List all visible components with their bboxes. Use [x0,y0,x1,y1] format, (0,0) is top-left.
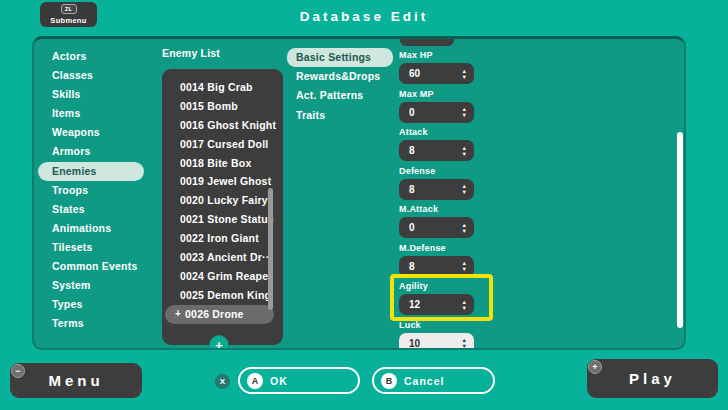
list-item[interactable]: 0014 Big Crab [162,78,283,97]
stat-attack: Attack 8 ▲▼ [399,127,474,161]
list-item[interactable]: 0015 Bomb [162,97,283,116]
sidebar-item-troops[interactable]: Troops [38,181,144,200]
enemy-list-panel: 0014 Big Crab 0015 Bomb 0016 Ghost Knigh… [162,69,283,345]
sidebar-item-classes[interactable]: Classes [38,66,144,85]
sidebar-item-types[interactable]: Types [38,295,144,314]
sidebar-item-states[interactable]: States [38,200,144,219]
stat-label: Agility [399,281,474,294]
plus-key-icon: + [588,360,602,374]
attack-stepper[interactable]: 8 ▲▼ [399,140,474,161]
list-item[interactable]: 0024 Grim Reaper [162,267,283,286]
sidebar-item-actors[interactable]: Actors [38,47,144,66]
sidebar-item-items[interactable]: Items [38,104,144,123]
m-defense-stepper[interactable]: 8 ▲▼ [399,256,474,277]
stat-label: Max HP [399,50,474,63]
spinner-arrows-icon[interactable]: ▲▼ [462,294,467,315]
stat-value: 8 [409,256,415,277]
tab-basic-settings[interactable]: Basic Settings [287,48,393,67]
m-attack-stepper[interactable]: 0 ▲▼ [399,217,474,238]
spinner-arrows-icon[interactable]: ▲▼ [462,179,467,200]
list-item[interactable]: 0018 Bite Box [162,154,283,173]
sidebar-item-animations[interactable]: Animations [38,219,144,238]
stat-value: 8 [409,179,415,200]
spinner-arrows-icon[interactable]: ▲▼ [462,333,467,351]
spinner-arrows-icon[interactable]: ▲▼ [462,140,467,161]
list-item[interactable]: 0016 Ghost Knight [162,116,283,135]
stat-value: 0 [409,217,415,238]
ok-button[interactable]: A OK [238,367,360,394]
enemy-list-rows: 0014 Big Crab 0015 Bomb 0016 Ghost Knigh… [162,78,283,324]
a-key-icon: A [247,373,263,389]
stat-defense: Defense 8 ▲▼ [399,166,474,200]
stat-max-hp: Max HP 60 ▲▼ [399,50,474,84]
spinner-arrows-icon[interactable]: ▲▼ [462,63,467,84]
stat-luck: Luck 10 ▲▼ [399,320,474,351]
list-item[interactable]: 0019 Jewel Ghost [162,172,283,191]
sidebar-item-weapons[interactable]: Weapons [38,123,144,142]
panel-scrollbar[interactable] [677,132,683,328]
list-item[interactable]: 0017 Cursed Doll [162,135,283,154]
cancel-button[interactable]: B Cancel [372,367,495,394]
luck-stepper[interactable]: 10 ▲▼ [399,333,474,351]
new-entry-plus-icon: + [175,305,181,324]
stat-value: 10 [409,333,420,351]
stat-label: M.Defense [399,243,474,256]
sidebar-item-terms[interactable]: Terms [38,314,144,333]
sidebar-item-system[interactable]: System [38,276,144,295]
list-item[interactable]: 0020 Lucky Fairy [162,191,283,210]
selected-enemy-label: 0026 Drone [185,305,244,324]
stat-agility: Agility 12 ▲▼ [399,281,474,315]
ok-label: OK [270,375,288,387]
add-enemy-button[interactable]: + [209,335,229,350]
defense-stepper[interactable]: 8 ▲▼ [399,179,474,200]
x-key-icon[interactable]: X [215,374,230,389]
max-mp-stepper[interactable]: 0 ▲▼ [399,102,474,123]
x-key-label: X [220,377,225,386]
sidebar-item-skills[interactable]: Skills [38,85,144,104]
max-hp-stepper[interactable]: 60 ▲▼ [399,63,474,84]
tab-rewards-drops[interactable]: Rewards&Drops [287,67,393,86]
stat-m-attack: M.Attack 0 ▲▼ [399,204,474,238]
tab-act-patterns[interactable]: Act. Patterns [287,86,393,105]
list-item-selected[interactable]: + 0026 Drone [165,305,274,324]
database-edit-screen: ZL Submenu Database Edit Actors Classes … [0,0,728,410]
clipped-field-fragment [400,39,454,46]
plus-icon: + [215,338,223,351]
spinner-arrows-icon[interactable]: ▲▼ [462,256,467,277]
stat-value: 8 [409,140,415,161]
stat-label: Defense [399,166,474,179]
menu-button[interactable]: − Menu [10,363,142,398]
spinner-arrows-icon[interactable]: ▲▼ [462,217,467,238]
cancel-label: Cancel [404,375,444,387]
play-button[interactable]: + Play [587,359,718,398]
play-label: Play [629,370,676,387]
sidebar-item-enemies[interactable]: Enemies [38,162,144,181]
sidebar-item-common-events[interactable]: Common Events [38,257,144,276]
list-item[interactable]: 0023 Ancient Dr··· [162,248,283,267]
stats-column: Max HP 60 ▲▼ Max MP 0 ▲▼ Attack 8 ▲▼ [399,39,474,350]
stat-value: 60 [409,63,420,84]
tab-traits[interactable]: Traits [287,106,393,125]
b-key-icon: B [381,373,397,389]
spinner-arrows-icon[interactable]: ▲▼ [462,102,467,123]
stat-value: 12 [409,294,420,315]
stat-m-defense: M.Defense 8 ▲▼ [399,243,474,277]
list-item[interactable]: 0022 Iron Giant [162,229,283,248]
category-sidebar: Actors Classes Skills Items Weapons Armo… [38,47,144,333]
enemy-list-scrollbar[interactable] [268,188,273,310]
sidebar-item-armors[interactable]: Armors [38,142,144,161]
stat-value: 0 [409,102,415,123]
stat-label: Max MP [399,89,474,102]
minus-key-icon: − [11,364,25,378]
stat-label: Attack [399,127,474,140]
main-panel: Actors Classes Skills Items Weapons Armo… [32,36,686,350]
stat-label: M.Attack [399,204,474,217]
agility-stepper[interactable]: 12 ▲▼ [399,294,474,315]
list-item[interactable]: 0025 Demon King [162,286,283,305]
page-title: Database Edit [0,9,728,24]
enemy-list-header: Enemy List [162,47,220,59]
sidebar-item-tilesets[interactable]: Tilesets [38,238,144,257]
list-item[interactable]: 0021 Stone Statue [162,210,283,229]
settings-tabs: Basic Settings Rewards&Drops Act. Patter… [287,48,393,125]
menu-label: Menu [48,372,103,389]
